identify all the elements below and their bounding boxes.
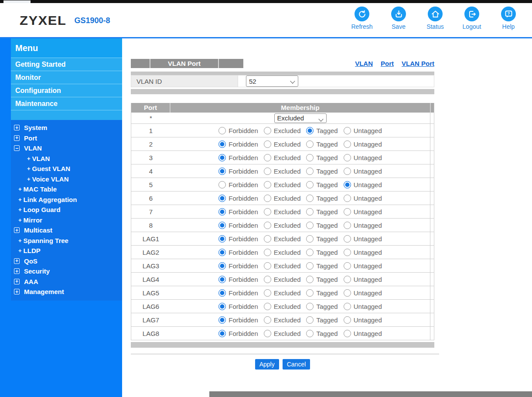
tagged-radio[interactable] [306, 249, 314, 256]
tree-item-mac-table[interactable]: +MAC Table [11, 184, 122, 195]
logout-button[interactable]: Logout [460, 7, 484, 30]
untagged-radio[interactable] [344, 235, 351, 243]
membership-option-forbidden[interactable]: Forbidden [218, 222, 258, 229]
membership-option-forbidden[interactable]: Forbidden [218, 127, 258, 134]
untagged-radio[interactable] [344, 181, 351, 188]
untagged-radio[interactable] [344, 303, 351, 310]
membership-option-excluded[interactable]: Excluded [264, 235, 301, 243]
tagged-radio[interactable] [306, 330, 314, 337]
tagged-radio[interactable] [306, 303, 314, 310]
forbidden-radio[interactable] [218, 195, 226, 202]
excluded-radio[interactable] [264, 276, 271, 283]
membership-option-untagged[interactable]: Untagged [344, 181, 382, 188]
forbidden-radio[interactable] [218, 289, 226, 297]
cancel-button[interactable]: Cancel [283, 359, 310, 370]
membership-option-forbidden[interactable]: Forbidden [218, 303, 258, 310]
untagged-radio[interactable] [344, 208, 351, 216]
expand-icon[interactable]: + [14, 258, 20, 264]
tree-item-multicast[interactable]: +Multicast [11, 225, 122, 236]
membership-option-untagged[interactable]: Untagged [344, 154, 382, 161]
membership-option-excluded[interactable]: Excluded [264, 127, 301, 134]
excluded-radio[interactable] [264, 222, 271, 229]
tagged-radio[interactable] [306, 235, 314, 243]
forbidden-radio[interactable] [218, 127, 226, 134]
untagged-radio[interactable] [344, 262, 351, 270]
excluded-radio[interactable] [264, 249, 271, 256]
untagged-radio[interactable] [344, 195, 351, 202]
expand-icon[interactable]: + [14, 279, 20, 284]
membership-option-tagged[interactable]: Tagged [306, 316, 338, 324]
membership-option-excluded[interactable]: Excluded [264, 316, 301, 324]
membership-option-tagged[interactable]: Tagged [306, 195, 338, 202]
expand-icon[interactable]: + [14, 135, 20, 141]
membership-option-untagged[interactable]: Untagged [344, 195, 382, 202]
membership-option-tagged[interactable]: Tagged [306, 127, 338, 134]
membership-option-forbidden[interactable]: Forbidden [218, 195, 258, 202]
excluded-radio[interactable] [264, 316, 271, 324]
membership-option-forbidden[interactable]: Forbidden [218, 316, 258, 324]
tagged-radio[interactable] [306, 208, 314, 216]
membership-option-forbidden[interactable]: Forbidden [218, 262, 258, 270]
expand-icon[interactable]: + [14, 268, 20, 274]
tree-subitem-voice-vlan[interactable]: +Voice VLAN [11, 174, 122, 185]
tagged-radio[interactable] [306, 316, 314, 324]
membership-option-tagged[interactable]: Tagged [306, 181, 338, 188]
membership-option-forbidden[interactable]: Forbidden [218, 249, 258, 256]
forbidden-radio[interactable] [218, 168, 226, 175]
membership-option-untagged[interactable]: Untagged [344, 140, 382, 148]
expand-icon[interactable]: + [14, 125, 20, 130]
tree-item-vlan[interactable]: −VLAN [11, 143, 122, 154]
membership-option-forbidden[interactable]: Forbidden [218, 181, 258, 188]
excluded-radio[interactable] [264, 127, 271, 134]
tree-item-qos[interactable]: +QoS [11, 256, 122, 267]
membership-option-excluded[interactable]: Excluded [264, 303, 301, 310]
forbidden-radio[interactable] [218, 222, 226, 229]
tagged-radio[interactable] [306, 154, 314, 161]
link-vlan-port[interactable]: VLAN Port [402, 60, 434, 67]
untagged-radio[interactable] [344, 330, 351, 337]
expand-icon[interactable]: + [14, 227, 20, 233]
apply-button[interactable]: Apply [255, 359, 279, 370]
membership-option-untagged[interactable]: Untagged [344, 208, 382, 216]
forbidden-radio[interactable] [218, 235, 226, 243]
membership-option-tagged[interactable]: Tagged [306, 222, 338, 229]
membership-option-excluded[interactable]: Excluded [264, 330, 301, 337]
forbidden-radio[interactable] [218, 316, 226, 324]
membership-option-tagged[interactable]: Tagged [306, 330, 338, 337]
membership-option-untagged[interactable]: Untagged [344, 235, 382, 243]
status-button[interactable]: Status [423, 7, 447, 30]
tagged-radio[interactable] [306, 222, 314, 229]
excluded-radio[interactable] [264, 140, 271, 148]
vlan-id-select[interactable]: 52 [246, 75, 298, 87]
membership-option-tagged[interactable]: Tagged [306, 303, 338, 310]
sidebar-item-maintenance[interactable]: Maintenance [11, 97, 122, 110]
membership-option-excluded[interactable]: Excluded [264, 276, 301, 283]
sidebar-item-getting-started[interactable]: Getting Started [11, 58, 122, 71]
excluded-radio[interactable] [264, 181, 271, 188]
membership-option-forbidden[interactable]: Forbidden [218, 235, 258, 243]
bulk-membership-select[interactable]: Excluded [274, 113, 327, 123]
membership-option-excluded[interactable]: Excluded [264, 249, 301, 256]
membership-option-tagged[interactable]: Tagged [306, 262, 338, 270]
membership-option-forbidden[interactable]: Forbidden [218, 154, 258, 161]
membership-option-untagged[interactable]: Untagged [344, 249, 382, 256]
membership-option-excluded[interactable]: Excluded [264, 168, 301, 175]
membership-option-excluded[interactable]: Excluded [264, 289, 301, 297]
membership-option-forbidden[interactable]: Forbidden [218, 168, 258, 175]
membership-option-excluded[interactable]: Excluded [264, 181, 301, 188]
membership-option-excluded[interactable]: Excluded [264, 262, 301, 270]
tagged-radio[interactable] [306, 262, 314, 270]
tree-item-system[interactable]: +System [11, 123, 122, 133]
tree-item-aaa[interactable]: +AAA [11, 277, 122, 287]
membership-option-tagged[interactable]: Tagged [306, 168, 338, 175]
membership-option-untagged[interactable]: Untagged [344, 262, 382, 270]
membership-option-untagged[interactable]: Untagged [344, 316, 382, 324]
sidebar-item-monitor[interactable]: Monitor [11, 71, 122, 84]
tree-item-loop-guard[interactable]: +Loop Guard [11, 205, 122, 215]
forbidden-radio[interactable] [218, 303, 226, 310]
tagged-radio[interactable] [306, 195, 314, 202]
tagged-radio[interactable] [306, 127, 314, 134]
membership-option-untagged[interactable]: Untagged [344, 289, 382, 297]
forbidden-radio[interactable] [218, 276, 226, 283]
membership-option-excluded[interactable]: Excluded [264, 154, 301, 161]
